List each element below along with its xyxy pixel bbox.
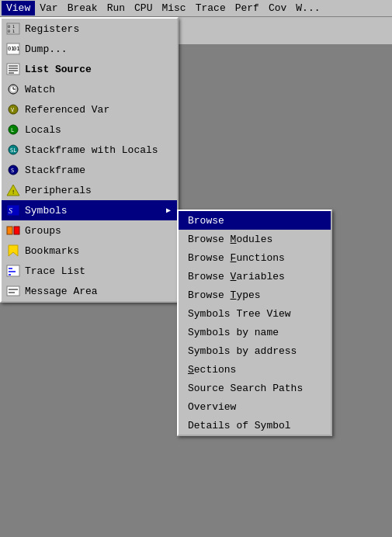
groups-icon bbox=[5, 223, 22, 238]
message-area-label: Message Area bbox=[25, 286, 171, 297]
submenu-symbols-by-address[interactable]: Symbols by address bbox=[179, 341, 331, 360]
submenu-details-of-symbol[interactable]: Details of Symbol bbox=[179, 416, 331, 435]
sections-label: Sections bbox=[188, 364, 236, 376]
submenu-browse-modules[interactable]: Browse Modules bbox=[179, 230, 331, 248]
menu-item-referenced-var[interactable]: V Referenced Var bbox=[2, 99, 177, 120]
svg-text:SL: SL bbox=[10, 147, 16, 154]
svg-text:01: 01 bbox=[13, 46, 19, 52]
source-search-paths-label: Source Search Paths bbox=[188, 383, 303, 394]
primary-menu: 0 1 0 1 Registers 01 01 Dump... bbox=[0, 17, 179, 303]
menu-item-stackframe-locals[interactable]: SL Stackframe with Locals bbox=[2, 140, 177, 160]
submenu-browse-functions[interactable]: Browse Functions bbox=[179, 248, 331, 267]
svg-text:S: S bbox=[11, 168, 14, 174]
menubar-cov[interactable]: Cov bbox=[264, 1, 291, 16]
list-source-label: List Source bbox=[25, 64, 171, 75]
submenu-browse-variables[interactable]: Browse Variables bbox=[179, 267, 331, 286]
browse-modules-label: Browse Modules bbox=[188, 234, 272, 245]
symbols-by-name-label: Symbols by name bbox=[188, 327, 279, 338]
registers-label: Registers bbox=[25, 23, 171, 35]
svg-rect-45 bbox=[7, 286, 19, 296]
list-source-icon bbox=[5, 61, 22, 77]
trace-list-icon bbox=[5, 263, 22, 279]
browse-functions-label: Browse Functions bbox=[188, 252, 285, 264]
svg-rect-38 bbox=[7, 227, 12, 234]
menubar-break[interactable]: Break bbox=[63, 1, 102, 16]
submenu-symbols-by-name[interactable]: Symbols by name bbox=[179, 323, 331, 341]
menubar-var[interactable]: Var bbox=[35, 1, 62, 16]
stackframe-locals-icon: SL bbox=[5, 142, 22, 158]
stackframe-locals-label: Stackframe with Locals bbox=[25, 144, 171, 156]
menubar-cpu[interactable]: CPU bbox=[130, 1, 157, 16]
symbols-tree-view-label: Symbols Tree View bbox=[188, 308, 291, 320]
menubar-view[interactable]: View bbox=[2, 1, 35, 16]
trace-list-label: Trace List bbox=[25, 265, 171, 277]
menu-item-groups[interactable]: Groups bbox=[2, 220, 177, 241]
submenu-source-search-paths[interactable]: Source Search Paths bbox=[179, 379, 331, 397]
menu-item-locals[interactable]: L Locals bbox=[2, 120, 177, 140]
message-area-icon bbox=[5, 283, 22, 299]
menubar-perf[interactable]: Perf bbox=[231, 1, 264, 16]
menubar-misc[interactable]: Misc bbox=[157, 1, 190, 16]
stackframe-label: Stackframe bbox=[25, 165, 171, 176]
menu-item-list-source[interactable]: List Source bbox=[2, 59, 177, 79]
submenu-overview[interactable]: Overview bbox=[179, 397, 331, 416]
menu-item-registers[interactable]: 0 1 0 1 Registers bbox=[2, 19, 177, 39]
symbols-label: Symbols bbox=[25, 205, 160, 217]
svg-text:S: S bbox=[9, 206, 12, 215]
menu-item-bookmarks[interactable]: Bookmarks bbox=[2, 241, 177, 261]
peripherals-label: Peripherals bbox=[25, 185, 171, 196]
locals-label: Locals bbox=[25, 124, 171, 136]
svg-text:L: L bbox=[11, 127, 14, 133]
browse-variables-label: Browse Variables bbox=[188, 271, 285, 282]
menu-item-stackframe[interactable]: S Stackframe bbox=[2, 160, 177, 180]
submenu-symbols-tree-view[interactable]: Symbols Tree View bbox=[179, 304, 331, 323]
menubar-run[interactable]: Run bbox=[102, 1, 130, 16]
svg-text:0 1: 0 1 bbox=[8, 29, 15, 33]
menubar-w[interactable]: W... bbox=[291, 1, 324, 16]
menu-item-message-area[interactable]: Message Area bbox=[2, 281, 177, 301]
submenu-sections[interactable]: Sections bbox=[179, 360, 331, 379]
referenced-var-label: Referenced Var bbox=[25, 104, 171, 116]
peripherals-icon: ! bbox=[5, 182, 22, 198]
symbols-submenu: Browse Browse Modules Browse Functions B… bbox=[177, 210, 332, 436]
watch-icon bbox=[5, 81, 22, 97]
browse-label: Browse bbox=[188, 215, 224, 227]
view-dropdown: 0 1 0 1 Registers 01 01 Dump... bbox=[0, 17, 179, 303]
watch-label: Watch bbox=[25, 84, 171, 95]
submenu-browse[interactable]: Browse bbox=[179, 211, 331, 230]
menu-item-trace-list[interactable]: Trace List bbox=[2, 261, 177, 281]
submenu-browse-types[interactable]: Browse Types bbox=[179, 286, 331, 304]
menu-item-dump[interactable]: 01 01 Dump... bbox=[2, 39, 177, 59]
locals-icon: L bbox=[5, 122, 22, 137]
browse-types-label: Browse Types bbox=[188, 289, 261, 301]
svg-marker-40 bbox=[9, 245, 18, 256]
menubar-trace[interactable]: Trace bbox=[191, 1, 231, 16]
referenced-var-icon: V bbox=[5, 102, 22, 117]
bookmarks-label: Bookmarks bbox=[25, 245, 171, 257]
symbols-arrow: ▶ bbox=[166, 206, 171, 215]
menu-item-watch[interactable]: Watch bbox=[2, 79, 177, 99]
overview-label: Overview bbox=[188, 401, 236, 413]
symbols-by-address-label: Symbols by address bbox=[188, 345, 297, 357]
svg-text:!: ! bbox=[12, 189, 15, 196]
bookmarks-icon bbox=[5, 243, 22, 258]
symbols-icon: S bbox=[5, 203, 22, 218]
menu-item-peripherals[interactable]: ! Peripherals bbox=[2, 180, 177, 200]
menu-item-symbols[interactable]: S Symbols ▶ bbox=[2, 200, 177, 220]
svg-rect-39 bbox=[14, 227, 19, 234]
details-of-symbol-label: Details of Symbol bbox=[188, 420, 291, 431]
groups-label: Groups bbox=[25, 225, 171, 237]
dump-label: Dump... bbox=[25, 43, 171, 55]
registers-icon: 0 1 0 1 bbox=[5, 21, 22, 36]
menubar: View Var Break Run CPU Misc Trace Perf C… bbox=[0, 0, 392, 17]
dump-icon: 01 01 bbox=[5, 41, 22, 57]
stackframe-icon: S bbox=[5, 162, 22, 178]
